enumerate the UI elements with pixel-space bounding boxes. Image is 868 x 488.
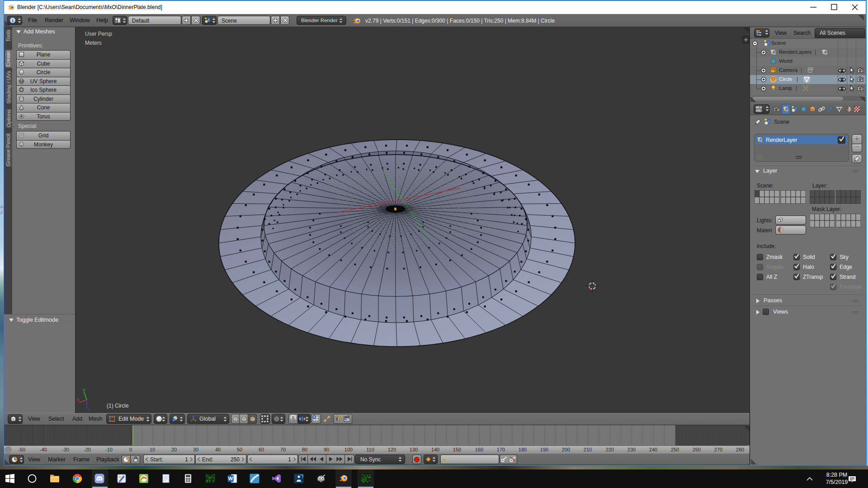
svg-text:W: W — [228, 476, 233, 481]
svg-text:i: i — [12, 18, 13, 23]
svg-text:y: y — [83, 387, 85, 392]
svg-text:x: x — [77, 397, 80, 402]
svg-text:z: z — [88, 406, 91, 411]
